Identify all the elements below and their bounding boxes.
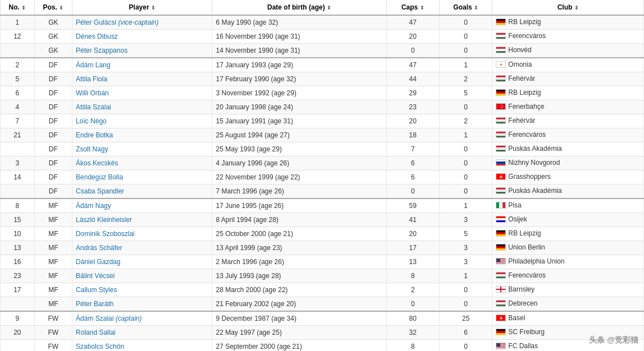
cell-goals: 1: [439, 128, 492, 142]
cell-club: Puskás Akadémia: [492, 142, 644, 156]
cell-goals: 2: [439, 114, 492, 128]
header-pos[interactable]: Pos. ⇕: [34, 0, 72, 15]
cell-pos: DF: [34, 128, 72, 142]
table-row: 13MFAndrás Schäfer13 April 1999 (age 23)…: [1, 241, 644, 255]
cell-goals: 0: [439, 15, 492, 30]
cell-pos: MF: [34, 241, 72, 255]
cell-club: Union Berlin: [492, 241, 644, 255]
cell-pos: DF: [34, 156, 72, 170]
cell-no: [1, 184, 35, 199]
cell-pos: DF: [34, 170, 72, 184]
header-club[interactable]: Club ⇕: [492, 0, 644, 15]
cell-club: Osijek: [492, 213, 644, 227]
table-row: 2DFÁdám Lang17 January 1993 (age 29)471✦…: [1, 58, 644, 72]
cell-no: 21: [1, 128, 35, 142]
cell-pos: GK: [34, 44, 72, 58]
cell-pos: MF: [34, 213, 72, 227]
cell-player: László Kleinheisler: [72, 213, 212, 227]
header-dob[interactable]: Date of birth (age) ⇕: [212, 0, 386, 15]
table-row: 3DFÁkos Kecskés4 January 1996 (age 26)60…: [1, 156, 644, 170]
cell-player: Bálint Vécsei: [72, 269, 212, 283]
cell-dob: 13 April 1999 (age 23): [212, 241, 386, 255]
cell-goals: 0: [439, 30, 492, 44]
table-row: DFCsaba Spandler7 March 1996 (age 26)00P…: [1, 184, 644, 199]
cell-goals: 0: [439, 170, 492, 184]
players-table: No. ⇕Pos. ⇕Player ⇕Date of birth (age) ⇕…: [0, 0, 644, 351]
cell-pos: MF: [34, 198, 72, 213]
table-row: 1GKPéter Gulácsi (vice-captain)6 May 199…: [1, 15, 644, 30]
cell-goals: 25: [439, 311, 492, 326]
cell-player: Péter Baráth: [72, 297, 212, 312]
cell-goals: 0: [439, 184, 492, 199]
cell-dob: 14 November 1990 (age 31): [212, 44, 386, 58]
header-no[interactable]: No. ⇕: [1, 0, 35, 15]
cell-player: Dániel Gazdag: [72, 255, 212, 269]
cell-goals: 5: [439, 227, 492, 241]
cell-player: Csaba Spandler: [72, 184, 212, 199]
cell-goals: 0: [439, 297, 492, 312]
cell-player: Roland Sallai: [72, 326, 212, 340]
cell-goals: 0: [439, 100, 492, 114]
cell-no: 2: [1, 58, 35, 72]
cell-club: Fehérvár: [492, 114, 644, 128]
table-row: 5DFAttila Fiola17 February 1990 (age 32)…: [1, 72, 644, 86]
table-row: DFZsolt Nagy25 May 1993 (age 29)70Puskás…: [1, 142, 644, 156]
cell-caps: 20: [386, 114, 439, 128]
cell-dob: 22 May 1997 (age 25): [212, 326, 386, 340]
cell-pos: GK: [34, 15, 72, 30]
cell-player: Endre Botka: [72, 128, 212, 142]
cell-dob: 4 January 1996 (age 26): [212, 156, 386, 170]
cell-club: Fehérvár: [492, 72, 644, 86]
cell-dob: 15 January 1991 (age 31): [212, 114, 386, 128]
cell-caps: 0: [386, 184, 439, 199]
table-row: 15MFLászló Kleinheisler8 April 1994 (age…: [1, 213, 644, 227]
cell-goals: 3: [439, 255, 492, 269]
cell-no: 6: [1, 86, 35, 100]
cell-player: Ádám Szalai (captain): [72, 311, 212, 326]
header-goals[interactable]: Goals ⇕: [439, 0, 492, 15]
cell-dob: 27 September 2000 (age 21): [212, 340, 386, 352]
cell-dob: 22 November 1999 (age 22): [212, 170, 386, 184]
cell-no: 10: [1, 227, 35, 241]
cell-caps: 18: [386, 128, 439, 142]
cell-goals: 0: [439, 44, 492, 58]
cell-caps: 6: [386, 156, 439, 170]
cell-pos: DF: [34, 100, 72, 114]
cell-club: Pisa: [492, 198, 644, 213]
cell-dob: 13 July 1993 (age 28): [212, 269, 386, 283]
cell-dob: 17 June 1995 (age 26): [212, 198, 386, 213]
cell-dob: 21 February 2002 (age 20): [212, 297, 386, 312]
cell-goals: 3: [439, 241, 492, 255]
cell-caps: 32: [386, 326, 439, 340]
cell-caps: 2: [386, 283, 439, 297]
table-row: MFPéter Baráth21 February 2002 (age 20)0…: [1, 297, 644, 312]
cell-dob: 6 May 1990 (age 32): [212, 15, 386, 30]
cell-no: 15: [1, 213, 35, 227]
table-row: FWSzabolcs Schön27 September 2000 (age 2…: [1, 340, 644, 352]
cell-caps: 0: [386, 297, 439, 312]
cell-pos: DF: [34, 184, 72, 199]
cell-player: Péter Gulácsi (vice-captain): [72, 15, 212, 30]
cell-pos: MF: [34, 227, 72, 241]
cell-no: [1, 142, 35, 156]
cell-dob: 25 August 1994 (age 27): [212, 128, 386, 142]
cell-player: Ákos Kecskés: [72, 156, 212, 170]
cell-player: Dénes Dibusz: [72, 30, 212, 44]
table-row: 16MFDániel Gazdag2 March 1996 (age 26)13…: [1, 255, 644, 269]
cell-club: RB Leipzig: [492, 86, 644, 100]
cell-club: +Basel: [492, 311, 644, 326]
cell-no: 3: [1, 156, 35, 170]
cell-club: Puskás Akadémia: [492, 184, 644, 199]
table-row: 17MFCallum Styles28 March 2000 (age 22)2…: [1, 283, 644, 297]
header-player[interactable]: Player ⇕: [72, 0, 212, 15]
cell-caps: 8: [386, 269, 439, 283]
cell-no: 13: [1, 241, 35, 255]
cell-no: 23: [1, 269, 35, 283]
cell-caps: 6: [386, 170, 439, 184]
cell-goals: 2: [439, 72, 492, 86]
cell-player: Loïc Négo: [72, 114, 212, 128]
cell-club: Debrecen: [492, 297, 644, 312]
watermark-text: 头条 @竞彩猫: [589, 335, 638, 345]
cell-dob: 28 March 2000 (age 22): [212, 283, 386, 297]
header-caps[interactable]: Caps ⇕: [386, 0, 439, 15]
